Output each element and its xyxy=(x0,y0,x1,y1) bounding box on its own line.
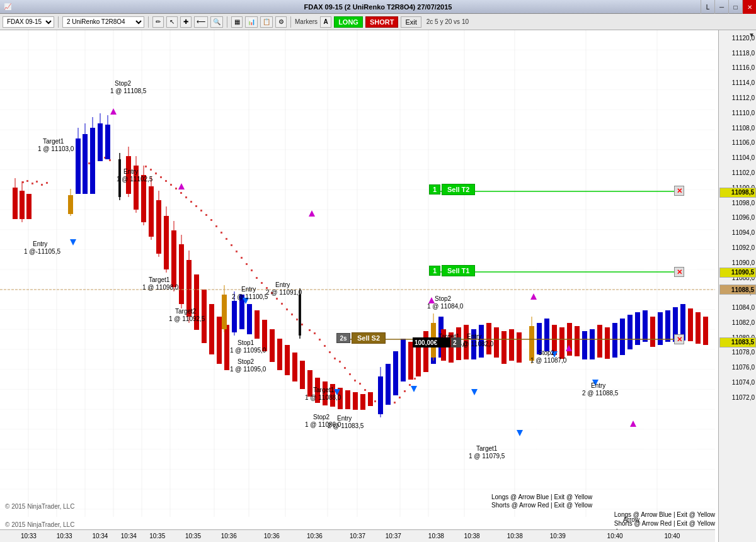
svg-rect-167 xyxy=(509,329,514,361)
svg-text:Longs @ Arrow Blue | Exit @  Y: Longs @ Arrow Blue | Exit @ Yellow xyxy=(491,494,593,500)
svg-text:Target1: Target1 xyxy=(43,138,64,145)
svg-text:1 @-11105,5: 1 @-11105,5 xyxy=(24,248,60,255)
close-button[interactable]: ✕ xyxy=(742,0,756,14)
svg-rect-61 xyxy=(296,319,298,320)
price-11108: 11108,0 xyxy=(732,124,755,131)
svg-rect-165 xyxy=(494,327,499,358)
crosshair-button[interactable]: ✚ xyxy=(180,16,192,28)
svg-text:Stop2: Stop2 xyxy=(238,358,255,365)
svg-rect-182 xyxy=(620,319,625,355)
close-t1-button[interactable]: ✕ xyxy=(674,267,684,277)
svg-rect-2 xyxy=(0,30,715,517)
svg-rect-63 xyxy=(309,329,311,331)
svg-text:1 @ 11103,0: 1 @ 11103,0 xyxy=(38,145,74,152)
svg-rect-176 xyxy=(575,326,580,356)
svg-rect-62 xyxy=(301,324,303,325)
tool-button-1[interactable]: ⟵ xyxy=(194,16,208,28)
zoom-button[interactable]: 🔍 xyxy=(210,16,223,28)
price-11084: 11084,0 xyxy=(732,304,755,311)
cursor-button[interactable]: ↖ xyxy=(166,16,178,28)
svg-rect-130 xyxy=(270,329,275,362)
svg-text:Stop1: Stop1 xyxy=(238,339,255,346)
price-11116: 11116,0 xyxy=(732,64,755,71)
instrument-dropdown[interactable]: FDAX 09-15 xyxy=(3,16,54,28)
strategy-selector[interactable]: 2 UniRenko T2R8O4 xyxy=(62,16,144,28)
price-labels-container: 11120,0 11118,0 11116,0 11114,0 11112,0 … xyxy=(718,30,756,529)
svg-text:Entry: Entry xyxy=(275,281,290,288)
svg-rect-70 xyxy=(344,367,346,369)
svg-text:Entry: Entry xyxy=(467,333,481,340)
template-button[interactable]: 📋 xyxy=(260,16,273,28)
svg-rect-24 xyxy=(41,184,43,186)
svg-rect-185 xyxy=(643,310,648,342)
time-1038-1: 10:38 xyxy=(428,533,444,539)
svg-rect-191 xyxy=(688,308,693,341)
time-1034-2: 10:34 xyxy=(121,533,137,539)
svg-text:Target1: Target1 xyxy=(313,387,335,393)
svg-rect-34 xyxy=(160,176,162,178)
strategy-dropdown[interactable]: 2 UniRenko T2R8O4 xyxy=(62,16,144,28)
price-11096: 11096,0 xyxy=(732,214,755,221)
restore-button[interactable]: L xyxy=(701,0,714,14)
svg-rect-31 xyxy=(145,166,147,167)
short-button[interactable]: SHORT xyxy=(365,16,399,28)
price-11092: 11092,0 xyxy=(732,244,755,251)
svg-rect-149 xyxy=(393,351,398,395)
price-11082: 11082,0 xyxy=(732,319,755,325)
svg-rect-58 xyxy=(281,303,283,305)
svg-text:Target1: Target1 xyxy=(476,445,498,452)
svg-rect-50 xyxy=(241,257,243,259)
price-11074: 11074,0 xyxy=(732,379,755,386)
svg-rect-164 xyxy=(486,323,491,354)
svg-rect-68 xyxy=(334,358,336,359)
svg-text:1 @ 11095,0: 1 @ 11095,0 xyxy=(230,347,266,354)
svg-rect-151 xyxy=(408,342,413,380)
svg-rect-132 xyxy=(285,345,290,375)
svg-rect-30 xyxy=(109,159,111,161)
svg-text:2 @ 11082,0: 2 @ 11082,0 xyxy=(457,341,494,347)
svg-rect-137 xyxy=(323,381,328,405)
svg-rect-54 xyxy=(261,282,263,284)
price-11076: 11076,0 xyxy=(732,364,755,371)
exit-button[interactable]: Exit xyxy=(401,16,421,28)
window-controls[interactable]: L ─ □ ✕ xyxy=(701,0,756,14)
svg-rect-143 xyxy=(368,392,373,406)
svg-rect-142 xyxy=(360,394,365,410)
time-1040-2: 10:40 xyxy=(664,533,680,539)
close-s2-button[interactable]: ✕ xyxy=(674,334,684,344)
maximize-button[interactable]: □ xyxy=(728,0,742,14)
svg-rect-41 xyxy=(195,205,197,207)
svg-rect-76 xyxy=(374,400,376,402)
svg-rect-36 xyxy=(170,184,172,186)
long-button[interactable]: LONG xyxy=(334,16,363,28)
markers-a-button[interactable]: A xyxy=(320,16,331,28)
price-11102: 11102,0 xyxy=(732,169,755,176)
chart-area: Last Trade -62,5 Daily PnL 925 xyxy=(0,30,756,542)
svg-text:1 @ 11092,5: 1 @ 11092,5 xyxy=(169,315,205,322)
svg-text:1 @ 11079,5: 1 @ 11079,5 xyxy=(469,453,505,460)
svg-rect-123 xyxy=(224,325,229,370)
svg-text:Entry: Entry xyxy=(337,415,352,422)
svg-rect-180 xyxy=(605,327,610,359)
svg-rect-59 xyxy=(286,308,288,310)
svg-rect-186 xyxy=(650,317,655,347)
indicator-button[interactable]: 📊 xyxy=(245,16,258,28)
svg-rect-39 xyxy=(185,196,187,198)
svg-rect-25 xyxy=(46,182,48,184)
close-t2-button[interactable]: ✕ xyxy=(674,186,684,196)
sell-t2-label: 1 Sell T2 xyxy=(429,184,475,195)
markers-label: Markers xyxy=(295,18,318,25)
draw-tool-button[interactable]: ✏ xyxy=(152,16,164,28)
svg-text:Stop2: Stop2 xyxy=(313,414,330,421)
instrument-selector[interactable]: FDAX 09-15 xyxy=(3,16,54,28)
strategy-btn[interactable]: ⚙ xyxy=(275,16,287,28)
svg-rect-44 xyxy=(210,219,212,221)
svg-rect-81 xyxy=(414,378,416,380)
svg-rect-131 xyxy=(277,339,282,370)
chart-type-button[interactable]: ▦ xyxy=(231,16,243,28)
svg-text:100,00€: 100,00€ xyxy=(415,339,438,346)
svg-text:Entry: Entry xyxy=(33,240,47,247)
minimize-button[interactable]: ─ xyxy=(714,0,728,14)
price-11090: 11090,0 xyxy=(732,259,755,266)
svg-rect-74 xyxy=(364,389,366,391)
